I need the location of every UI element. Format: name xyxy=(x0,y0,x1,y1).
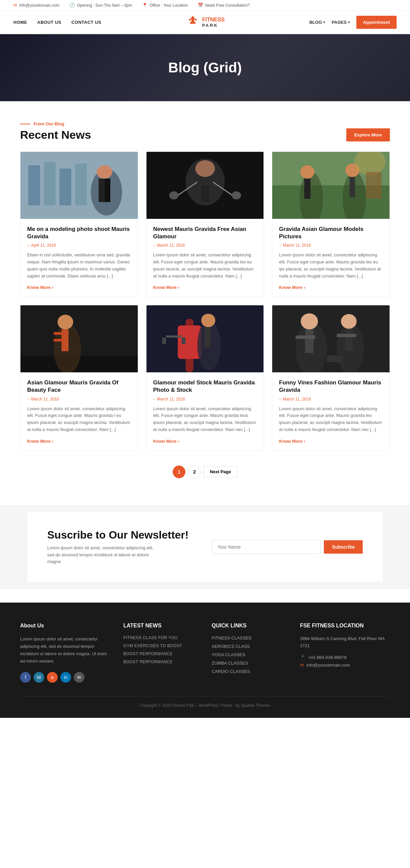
blog-card-3-image xyxy=(272,152,389,219)
know-more-2[interactable]: Know More › xyxy=(153,285,257,290)
footer-about-col: About Us Lorem ipsum dolor sit amet, con… xyxy=(20,623,110,682)
blog-section: From Our Blog Recent News Explore More xyxy=(0,101,410,505)
blog-card-1-image xyxy=(21,152,138,219)
logo[interactable]: FITNESS PARK xyxy=(186,14,225,30)
svg-point-41 xyxy=(201,314,215,327)
explore-more-button[interactable]: Explore More xyxy=(346,128,390,142)
svg-rect-53 xyxy=(345,329,353,350)
subscribe-button[interactable]: Subscribe xyxy=(324,540,363,554)
blog-card-3: Gravida Asian Glamour Models Pictures ○ … xyxy=(272,152,390,297)
newsletter-input[interactable] xyxy=(212,540,321,554)
footer-link-yoga[interactable]: YOGA CLASSES xyxy=(212,652,287,657)
blog-card-3-excerpt: Lorem ipsum dolor sit amet, consectetur … xyxy=(279,252,383,279)
svg-rect-45 xyxy=(182,338,186,344)
blog-card-5-title: Glamour model Stock Mauris Gravida Photo… xyxy=(153,379,257,394)
clock-icon-4: ○ xyxy=(27,397,29,401)
blog-dropdown-arrow: ▾ xyxy=(323,21,325,24)
svg-point-48 xyxy=(301,313,318,330)
clock-icon-5: ○ xyxy=(153,397,155,401)
blog-card-1-excerpt: Etiam in nisl sollicitudin, vestibulum u… xyxy=(27,252,131,279)
know-more-5[interactable]: Know More › xyxy=(153,439,257,444)
blog-card-5-date: ○ March 11, 2016 xyxy=(153,397,257,402)
blog-card-5-excerpt: Lorem ipsum dolor sit amet, consectetur … xyxy=(153,405,257,433)
footer-phone: +01-984-038-88878 xyxy=(308,655,347,660)
footer-copyright: Copyright © 2023 Fitness FSE – WordPress… xyxy=(140,703,270,708)
know-more-6[interactable]: Know More › xyxy=(279,439,383,444)
arrow-icon-4: › xyxy=(52,439,53,444)
blog-card-4-image xyxy=(21,305,138,372)
footer-news-title: LATEST NEWS xyxy=(123,623,198,629)
arrow-icon-1: › xyxy=(52,285,53,290)
logo-text: FITNESS PARK xyxy=(202,17,225,28)
blog-card-3-title: Gravida Asian Glamour Models Pictures xyxy=(279,225,383,240)
blog-card-6-date: ○ March 11, 2016 xyxy=(279,397,383,402)
social-mail-icon[interactable]: ✉ xyxy=(74,672,85,683)
newsletter-description: Lorem ipsum dolor sit amet, consectetur … xyxy=(47,545,161,565)
svg-point-17 xyxy=(169,191,178,199)
svg-rect-27 xyxy=(350,177,355,197)
know-more-4[interactable]: Know More › xyxy=(27,439,131,444)
pagination: 1 2 Next Page xyxy=(20,459,390,492)
svg-rect-4 xyxy=(28,165,40,206)
svg-point-18 xyxy=(232,191,241,199)
arrow-icon-3: › xyxy=(304,285,305,290)
svg-rect-54 xyxy=(337,334,356,337)
svg-rect-11 xyxy=(105,179,110,202)
next-page-button[interactable]: Next Page xyxy=(204,466,237,477)
newsletter-left: Suscribe to Our Newsletter! Lorem ipsum … xyxy=(47,529,199,565)
svg-marker-0 xyxy=(190,16,196,24)
svg-rect-42 xyxy=(204,327,210,347)
footer-links-list: FITNESS CLASSES AEROBICS CLASS YOGA CLAS… xyxy=(212,636,287,674)
arrow-icon-5: › xyxy=(178,439,179,444)
blog-card-6-title: Funny Vines Fashion Glamour Mauris Gravi… xyxy=(279,379,383,394)
nav-about[interactable]: ABOUT US xyxy=(37,20,61,25)
appointment-button[interactable]: Appointment xyxy=(356,16,397,29)
footer-link-zumba[interactable]: ZUMBA CLASSES xyxy=(212,660,287,665)
svg-point-23 xyxy=(300,165,315,179)
blog-card-5-body: Glamour model Stock Mauris Gravida Photo… xyxy=(146,372,264,450)
footer-link-cardio[interactable]: CARDIO CLASSES xyxy=(212,669,287,674)
footer-news-item-2[interactable]: GYM EXERCISES TO BOOST xyxy=(123,644,198,648)
footer-about-title: About Us xyxy=(20,623,110,629)
hero-section: Blog (Grid) xyxy=(0,34,410,101)
blog-card-2-body: Newest Mauris Gravida Free Asian Glamour… xyxy=(146,219,264,297)
footer-news-list: FITNESS CLASS FOR YOU GYM EXERCISES TO B… xyxy=(123,636,198,664)
social-linkedin-icon[interactable]: in xyxy=(60,672,71,683)
page-2-button[interactable]: 2 xyxy=(188,465,201,478)
nav-blog[interactable]: BLOG ▾ xyxy=(310,20,325,25)
social-facebook-icon[interactable]: f xyxy=(20,672,31,683)
blog-card-4-excerpt: Lorem ipsum dolor sit amet, consectetur … xyxy=(27,405,131,433)
footer-news-col: LATEST NEWS FITNESS CLASS FOR YOU GYM EX… xyxy=(123,623,198,682)
footer-email-icon: ✉ xyxy=(300,662,304,668)
svg-rect-35 xyxy=(54,332,61,335)
page-1-button[interactable]: 1 xyxy=(173,465,185,478)
calendar-icon: 📅 xyxy=(198,3,203,8)
svg-rect-1 xyxy=(189,19,191,21)
blog-card-4-body: Asian Glamour Mauris Gravida Of Beauty F… xyxy=(21,372,138,450)
blog-card-6-body: Funny Vines Fashion Glamour Mauris Gravi… xyxy=(272,372,389,450)
blog-card-4-title: Asian Glamour Mauris Gravida Of Beauty F… xyxy=(27,379,131,394)
nav-home[interactable]: HOME xyxy=(13,20,27,25)
know-more-1[interactable]: Know More › xyxy=(27,285,131,290)
arrow-icon-6: › xyxy=(304,439,305,444)
blog-card-6-image xyxy=(272,305,389,372)
social-wordpress-icon[interactable]: W xyxy=(33,672,44,683)
footer-location-title: FSE FITNESS LOCATION xyxy=(300,623,390,629)
nav-pages[interactable]: PAGES ▾ xyxy=(331,20,350,25)
blog-card-2: Newest Mauris Gravida Free Asian Glamour… xyxy=(146,152,264,297)
blog-card-5: Glamour model Stock Mauris Gravida Photo… xyxy=(146,305,264,451)
svg-rect-7 xyxy=(75,163,87,206)
social-amazon-icon[interactable]: a xyxy=(47,672,58,683)
footer-news-item-4[interactable]: BOOST PERFORMANCE xyxy=(123,659,198,664)
footer-link-fitness[interactable]: FITNESS CLASSES xyxy=(212,636,287,641)
know-more-3[interactable]: Know More › xyxy=(279,285,383,290)
footer-news-item-1[interactable]: FITNESS CLASS FOR YOU xyxy=(123,636,198,640)
footer-location-col: FSE FITNESS LOCATION 3994 William S Cann… xyxy=(300,623,390,682)
blog-card-1-body: Me on a modeling photo shoot Mauris Grav… xyxy=(21,219,138,297)
footer-news-item-3[interactable]: BOOST PERFORMANCE xyxy=(123,651,198,656)
nav-contact[interactable]: CONTACT US xyxy=(71,20,101,25)
blog-card-6-excerpt: Lorem ipsum dolor sit amet, consectetur … xyxy=(279,405,383,433)
footer-phone-item: 📱 +01-984-038-88878 xyxy=(300,655,390,660)
footer-link-aerobics[interactable]: AEROBICS CLASS xyxy=(212,644,287,649)
logo-icon xyxy=(186,14,200,30)
